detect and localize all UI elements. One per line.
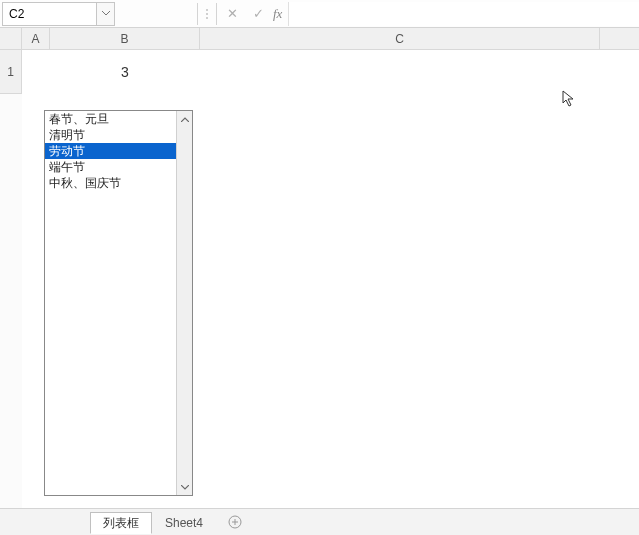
cell-b1[interactable]: 3 xyxy=(50,50,200,94)
chevron-down-icon xyxy=(181,485,189,490)
list-item[interactable]: 清明节 xyxy=(45,127,176,143)
scroll-down-button[interactable] xyxy=(177,479,193,495)
column-header-c[interactable]: C xyxy=(200,28,600,49)
fx-icon[interactable]: fx xyxy=(271,6,288,22)
chevron-up-icon xyxy=(181,117,189,122)
plus-circle-icon xyxy=(228,515,242,529)
list-item[interactable]: 劳动节 xyxy=(45,143,176,159)
cells-area[interactable]: 3 春节、元旦 清明节 劳动节 端午节 中秋、国庆节 xyxy=(22,50,639,508)
list-item[interactable]: 春节、元旦 xyxy=(45,111,176,127)
listbox-items: 春节、元旦 清明节 劳动节 端午节 中秋、国庆节 xyxy=(45,111,176,495)
listbox-control[interactable]: 春节、元旦 清明节 劳动节 端午节 中秋、国庆节 xyxy=(44,110,193,496)
list-item[interactable]: 端午节 xyxy=(45,159,176,175)
column-header-b[interactable]: B xyxy=(50,28,200,49)
cancel-button[interactable]: ✕ xyxy=(219,2,245,26)
row-header-1[interactable]: 1 xyxy=(0,50,21,94)
select-all-corner[interactable] xyxy=(0,28,22,50)
formula-input[interactable] xyxy=(288,2,639,26)
chevron-down-icon xyxy=(102,11,110,16)
column-header-a[interactable]: A xyxy=(22,28,50,49)
name-box-dropdown[interactable] xyxy=(97,2,115,26)
sheet-tab[interactable]: Sheet4 xyxy=(152,511,216,533)
formula-bar: C2 ✕ ✓ fx xyxy=(0,0,639,28)
column-headers: A B C xyxy=(22,28,639,50)
name-box[interactable]: C2 xyxy=(2,2,97,26)
formula-bar-expand[interactable] xyxy=(200,9,214,19)
add-sheet-button[interactable] xyxy=(222,511,248,533)
spreadsheet-grid: A B C 1 3 春节、元旦 清明节 劳动节 端午节 中秋、国庆节 xyxy=(0,28,639,508)
sheet-tab-active[interactable]: 列表框 xyxy=(90,512,152,534)
sheet-tabs: 列表框 Sheet4 xyxy=(0,508,639,535)
list-item[interactable]: 中秋、国庆节 xyxy=(45,175,176,191)
row-headers: 1 xyxy=(0,50,22,94)
listbox-scrollbar[interactable] xyxy=(176,111,192,495)
confirm-button[interactable]: ✓ xyxy=(245,2,271,26)
scroll-up-button[interactable] xyxy=(177,111,193,127)
